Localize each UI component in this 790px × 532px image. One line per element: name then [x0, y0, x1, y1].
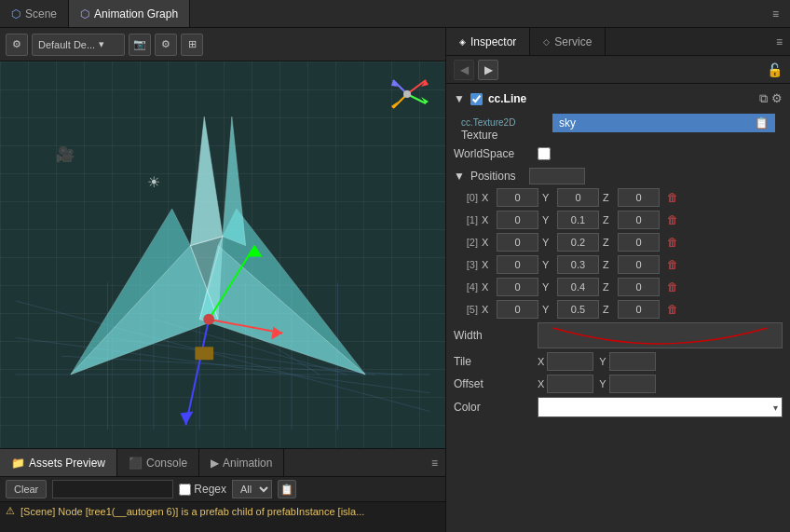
- worldspace-checkbox[interactable]: [538, 147, 551, 160]
- tab-service[interactable]: ◇ Service: [530, 28, 606, 55]
- regex-checkbox[interactable]: [179, 484, 191, 496]
- pos-x-label-3: X: [482, 259, 493, 270]
- color-row: Color ▾: [454, 397, 783, 417]
- pos-y-input-3[interactable]: [557, 255, 599, 274]
- pos-y-input-2[interactable]: [557, 233, 599, 252]
- component-enabled-checkbox[interactable]: [470, 93, 483, 105]
- offset-x-input[interactable]: 0: [547, 375, 593, 393]
- color-swatch[interactable]: ▾: [538, 397, 783, 417]
- pos-y-input-1[interactable]: [557, 211, 599, 229]
- pos-x-input-4[interactable]: [497, 278, 538, 296]
- pos-z-input-3[interactable]: [618, 255, 660, 274]
- pos-x-input-5[interactable]: [497, 300, 538, 319]
- log-level-select[interactable]: All: [232, 480, 272, 498]
- pos-delete-btn-5[interactable]: 🗑: [663, 303, 682, 316]
- offset-y-axis: Y: [599, 378, 606, 389]
- inspector-tab-label: Inspector: [470, 35, 516, 48]
- pos-delete-btn-2[interactable]: 🗑: [663, 236, 682, 249]
- clear-button[interactable]: Clear: [6, 480, 47, 498]
- viewport-add-btn[interactable]: ⊞: [181, 34, 203, 56]
- console-search-input[interactable]: [52, 480, 173, 498]
- pos-z-input-5[interactable]: [618, 300, 660, 319]
- tile-fields: X 1 Y 1: [538, 352, 783, 371]
- gizmo-arrows: [384, 71, 430, 117]
- tab-assets-preview[interactable]: 📁 Assets Preview: [0, 449, 117, 476]
- tab-console[interactable]: ⬛ Console: [117, 449, 199, 476]
- pos-x-input-2[interactable]: [497, 233, 538, 252]
- pos-x-label-4: X: [482, 281, 493, 293]
- offset-label: Offset: [454, 377, 538, 390]
- pos-x-input-0[interactable]: [497, 188, 538, 207]
- pos-delete-btn-4[interactable]: 🗑: [663, 280, 682, 293]
- pos-y-input-4[interactable]: [557, 278, 599, 296]
- viewport-settings-icon[interactable]: ⚙: [6, 34, 28, 56]
- viewport-menu-btn[interactable]: ≡: [767, 4, 784, 24]
- positions-expand-btn[interactable]: ▼: [454, 170, 465, 183]
- component-settings-btn[interactable]: ⚙: [771, 91, 783, 106]
- service-tab-icon: ◇: [543, 37, 550, 47]
- component-expand-btn[interactable]: ▼: [454, 92, 465, 105]
- component-header: ▼ cc.Line ⧉ ⚙: [446, 88, 790, 110]
- pos-z-input-2[interactable]: [618, 233, 660, 252]
- tab-inspector[interactable]: ◈ Inspector: [446, 28, 530, 55]
- pos-z-input-0[interactable]: [618, 188, 660, 207]
- viewport-canvas[interactable]: 🎥 ☀: [0, 61, 445, 448]
- pos-y-input-0[interactable]: [557, 188, 599, 207]
- position-row-2: [2] X Y Z 🗑: [454, 233, 783, 252]
- component-copy-btn[interactable]: ⧉: [759, 91, 768, 106]
- width-label: Width: [454, 329, 538, 342]
- offset-fields: X 0 Y 0: [538, 375, 783, 393]
- nav-forward-btn[interactable]: ▶: [478, 60, 498, 80]
- nav-back-btn[interactable]: ◀: [454, 60, 474, 80]
- position-rows: [0] X Y Z 🗑 [1] X Y Z 🗑 [2] X Y Z: [454, 188, 783, 319]
- texture-value-field[interactable]: sky 📋: [552, 114, 775, 132]
- pos-z-input-4[interactable]: [618, 278, 660, 296]
- tab-scene[interactable]: ⬡ Scene: [0, 0, 69, 27]
- svg-marker-28: [181, 411, 194, 425]
- pos-delete-btn-1[interactable]: 🗑: [663, 213, 682, 226]
- pos-y-label-5: Y: [542, 304, 553, 315]
- color-dropdown-arrow: ▾: [773, 402, 778, 413]
- pos-x-input-3[interactable]: [497, 255, 538, 274]
- tile-y-input[interactable]: 1: [609, 352, 656, 371]
- tab-animation[interactable]: ▶ Animation: [199, 449, 284, 476]
- pos-delete-btn-3[interactable]: 🗑: [663, 258, 682, 271]
- position-row-1: [1] X Y Z 🗑: [454, 211, 783, 229]
- inspector-panel: ◈ Inspector ◇ Service ≡ ◀ ▶ 🔓 ▼ cc.Line: [445, 28, 790, 532]
- scene-tab-label: Scene: [25, 7, 57, 20]
- pos-delete-btn-0[interactable]: 🗑: [663, 191, 682, 204]
- console-icon: ⬛: [129, 457, 143, 470]
- bottom-tabs-menu-btn[interactable]: ≡: [431, 457, 445, 470]
- pos-x-label-5: X: [482, 304, 493, 315]
- pos-z-input-1[interactable]: [618, 211, 660, 229]
- positions-count-input[interactable]: 6: [529, 168, 585, 184]
- svg-rect-30: [195, 347, 213, 360]
- pos-y-label-0: Y: [542, 192, 553, 203]
- default-display-dropdown[interactable]: Default De... ▾: [32, 34, 125, 56]
- viewport-render-btn[interactable]: ⚙: [155, 34, 177, 56]
- pos-index-2: [2]: [454, 237, 482, 248]
- width-curve-widget[interactable]: [538, 322, 783, 348]
- inspector-tabs: ◈ Inspector ◇ Service ≡: [446, 28, 790, 56]
- viewport-camera-btn[interactable]: 📷: [129, 34, 151, 56]
- pos-x-input-1[interactable]: [497, 211, 538, 229]
- console-action-btn[interactable]: 📋: [278, 480, 296, 498]
- pos-y-input-5[interactable]: [557, 300, 599, 319]
- pos-z-label-2: Z: [603, 237, 614, 248]
- pos-y-label-1: Y: [542, 214, 553, 225]
- texture-field-label: Texture: [461, 129, 497, 142]
- tile-x-input[interactable]: 1: [547, 352, 593, 371]
- inspector-content: ▼ cc.Line ⧉ ⚙ cc.Texture2D Texture: [446, 84, 790, 532]
- pos-y-label-4: Y: [542, 281, 553, 293]
- inspector-lock-btn[interactable]: 🔓: [767, 62, 783, 77]
- console-messages: ⚠ [Scene] Node [tree1(__autogen 6)] is a…: [0, 502, 445, 532]
- inspector-menu-btn[interactable]: ≡: [776, 35, 790, 48]
- texture-label: cc.Texture2D Texture: [461, 114, 545, 142]
- tab-animation-graph[interactable]: ⬡ Animation Graph: [69, 0, 190, 27]
- offset-y-input[interactable]: 0: [609, 375, 656, 393]
- top-tabs-right: ≡: [767, 4, 790, 24]
- bottom-tabs-bar: 📁 Assets Preview ⬛ Console ▶ Animation ≡: [0, 448, 445, 476]
- pos-fields-3: X Y Z 🗑: [482, 255, 783, 274]
- position-row-3: [3] X Y Z 🗑: [454, 255, 783, 274]
- pos-fields-4: X Y Z 🗑: [482, 278, 783, 296]
